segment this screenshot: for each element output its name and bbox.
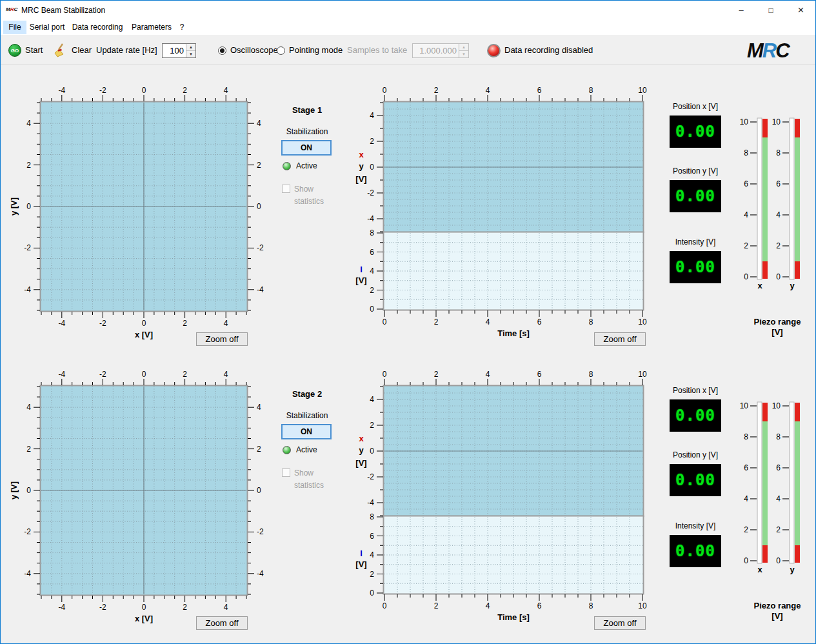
stage2-xy-time-plot[interactable]: 0246810-4-2024xy[V] <box>346 359 649 519</box>
svg-text:4: 4 <box>26 119 31 128</box>
menu-help[interactable]: ? <box>176 21 188 34</box>
maximize-button[interactable]: □ <box>756 1 786 20</box>
clear-button[interactable]: Clear <box>72 45 92 55</box>
spin-down-icon[interactable]: ▼ <box>186 51 195 57</box>
start-button[interactable]: Start <box>25 45 43 55</box>
svg-text:4: 4 <box>486 601 490 610</box>
stage2-xy-plot[interactable]: -4-4-2-2002244-4-4-2-2002244x [V]y [V] <box>7 359 272 627</box>
svg-text:x: x <box>359 434 364 443</box>
stage1-position-x-display: 0.00 <box>670 116 721 148</box>
app-window: MRC MRC Beam Stabilization – □ × File Se… <box>0 0 816 644</box>
stage2-piezo-range-title: Piezo range[V] <box>738 601 816 621</box>
svg-text:8: 8 <box>370 512 374 521</box>
broom-icon[interactable] <box>52 43 68 61</box>
stage1-show-statistics-label: Show statistics <box>294 183 337 208</box>
menu-serial-port[interactable]: Serial port <box>26 21 68 34</box>
svg-text:2: 2 <box>776 241 781 250</box>
stage2-position-x-label: Position x [V] <box>653 386 737 395</box>
pointing-mode-radio-label[interactable]: Pointing mode <box>289 45 343 55</box>
svg-text:y: y <box>359 445 364 455</box>
oscilloscope-radio[interactable] <box>218 46 226 55</box>
stage2-time-zoom-off-button[interactable]: Zoom off <box>594 616 646 630</box>
svg-text:6: 6 <box>776 463 781 472</box>
svg-text:2: 2 <box>744 241 748 250</box>
stage1-intensity-label: Intensity [V] <box>653 237 737 247</box>
menu-file[interactable]: File <box>3 21 26 34</box>
svg-text:0: 0 <box>26 486 31 495</box>
stage-2-section: -4-4-2-2002244-4-4-2-2002244x [V]y [V] Z… <box>1 349 816 633</box>
svg-text:10: 10 <box>638 317 647 327</box>
update-rate-value[interactable]: 100 <box>163 44 186 57</box>
stage1-intensity-display: 0.00 <box>670 251 721 283</box>
title-bar[interactable]: MRC MRC Beam Stabilization – □ × <box>1 1 815 20</box>
svg-text:2: 2 <box>370 421 374 430</box>
stage1-xy-zoom-off-button[interactable]: Zoom off <box>196 332 248 346</box>
svg-text:-4: -4 <box>24 569 31 578</box>
svg-text:2: 2 <box>257 161 261 170</box>
svg-text:-4: -4 <box>257 285 264 294</box>
stage1-piezo-range-sliders: 0246810x0246810y <box>739 117 815 297</box>
svg-text:-2: -2 <box>99 319 106 328</box>
svg-text:6: 6 <box>537 317 542 327</box>
svg-text:2: 2 <box>434 317 439 327</box>
update-rate-spinner[interactable]: 100 ▲▼ <box>162 43 196 58</box>
stage1-xy-plot[interactable]: -4-4-2-2002244-4-4-2-2002244x [V]y [V] <box>7 75 272 343</box>
stage1-active-led-icon <box>283 162 291 170</box>
pointing-mode-radio[interactable] <box>277 46 285 55</box>
stage1-title: Stage 1 <box>272 105 343 115</box>
recording-status: Data recording disabled <box>504 45 593 55</box>
svg-text:-2: -2 <box>99 86 106 95</box>
svg-text:-4: -4 <box>58 603 65 612</box>
svg-text:6: 6 <box>776 179 781 188</box>
stage2-intensity-label: Intensity [V] <box>653 521 737 530</box>
stage1-xy-time-plot[interactable]: 0246810-4-2024xy[V] <box>346 75 649 236</box>
svg-text:I: I <box>360 548 363 558</box>
stage2-stabilization-label: Stabilization <box>272 411 343 420</box>
recording-led-icon <box>487 44 501 57</box>
stage2-stabilization-on-button[interactable]: ON <box>281 424 332 439</box>
svg-text:6: 6 <box>744 179 748 188</box>
stage1-position-x-label: Position x [V] <box>653 102 737 111</box>
svg-text:2: 2 <box>370 570 374 579</box>
svg-text:[V]: [V] <box>355 276 366 285</box>
menu-data-recording[interactable]: Data recording <box>68 21 127 34</box>
piezo-unit-text: [V] <box>738 327 816 337</box>
svg-text:0: 0 <box>142 319 146 328</box>
stage2-xy-zoom-off-button[interactable]: Zoom off <box>196 616 248 630</box>
svg-text:0: 0 <box>26 202 31 211</box>
svg-text:x: x <box>359 150 364 159</box>
svg-text:0: 0 <box>142 370 146 379</box>
svg-text:6: 6 <box>537 601 542 610</box>
svg-text:-4: -4 <box>367 498 374 507</box>
close-button[interactable]: × <box>786 1 816 20</box>
stage1-piezo-range-title: Piezo range[V] <box>738 317 816 337</box>
svg-text:4: 4 <box>744 210 748 219</box>
svg-text:10: 10 <box>772 401 781 410</box>
stage1-intensity-time-plot[interactable]: 024681002468Time [s]I[V] <box>346 223 649 342</box>
svg-text:2: 2 <box>776 525 781 534</box>
svg-text:8: 8 <box>589 601 593 610</box>
svg-text:8: 8 <box>776 432 781 441</box>
svg-text:4: 4 <box>224 86 228 95</box>
spin-up-icon[interactable]: ▲ <box>186 44 195 51</box>
minimize-button[interactable]: – <box>726 1 756 20</box>
svg-text:10: 10 <box>740 401 749 410</box>
svg-text:-2: -2 <box>24 243 31 252</box>
menu-parameters[interactable]: Parameters <box>128 21 175 34</box>
svg-text:4: 4 <box>26 403 31 412</box>
start-icon[interactable]: GO <box>8 44 21 57</box>
stage1-time-zoom-off-button[interactable]: Zoom off <box>594 332 646 346</box>
stage2-intensity-display: 0.00 <box>670 535 721 567</box>
svg-text:0: 0 <box>370 447 374 456</box>
svg-text:6: 6 <box>537 370 542 379</box>
stage1-stabilization-on-button[interactable]: ON <box>281 140 332 156</box>
svg-text:4: 4 <box>486 317 490 327</box>
oscilloscope-radio-label[interactable]: Oscilloscope <box>230 45 278 55</box>
svg-text:-2: -2 <box>367 472 374 481</box>
svg-text:y: y <box>790 281 795 290</box>
toolbar: GO Start Clear Update rate [Hz] 100 ▲▼ O… <box>1 35 815 65</box>
svg-text:-2: -2 <box>257 243 264 252</box>
stage2-intensity-time-plot[interactable]: 024681002468Time [s]I[V] <box>346 507 649 626</box>
stage1-active-label: Active <box>296 161 317 170</box>
svg-text:-4: -4 <box>58 370 65 379</box>
